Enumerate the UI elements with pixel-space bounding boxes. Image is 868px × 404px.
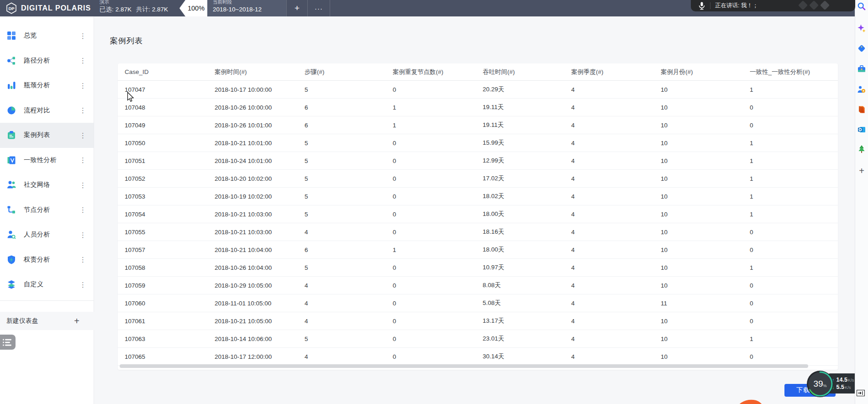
table-cell: 10	[661, 229, 750, 236]
person-gear-icon[interactable]	[857, 85, 866, 94]
table-row[interactable]: 1070582018-10-26 10:04:005010.97天4101	[118, 259, 838, 277]
column-header[interactable]: 吞吐时间(#)	[483, 68, 571, 76]
kebab-menu-icon[interactable]: ⋮	[78, 131, 88, 140]
table-cell: 18.00天	[483, 210, 571, 218]
table-row[interactable]: 1070542018-10-21 10:03:005018.00天4101	[118, 205, 838, 223]
table-cell: 0	[750, 353, 838, 360]
brand-name: DIGITAL POLARIS	[21, 4, 91, 12]
kebab-menu-icon[interactable]: ⋮	[78, 56, 88, 65]
table-row[interactable]: 1070502018-10-21 10:01:005015.99天4101	[118, 134, 838, 152]
table-cell: 4	[571, 122, 661, 129]
table-row[interactable]: 1070632018-10-14 10:06:005023.01天4101	[118, 330, 838, 348]
table-row[interactable]: 1070592018-10-29 10:05:00408.08天4100	[118, 277, 838, 294]
table-cell: 1	[750, 336, 838, 342]
table-row[interactable]: 1070532018-10-19 10:02:005018.02天4101	[118, 188, 838, 205]
download-progress-circle[interactable]: 39 %	[806, 370, 834, 398]
outlook-icon[interactable]	[857, 125, 866, 134]
table-row[interactable]: 1070572018-10-21 10:04:006118.00天4100	[118, 241, 838, 259]
table-row[interactable]: 1070612018-10-21 10:05:004013.17天4100	[118, 312, 838, 330]
kebab-menu-icon[interactable]: ⋮	[78, 280, 88, 289]
sidebar-item-process-compare[interactable]: 流程对比⋮	[0, 98, 94, 123]
table-cell: 10	[661, 336, 750, 342]
tag-icon[interactable]	[857, 44, 866, 53]
column-header[interactable]: 案例重复节点数(#)	[393, 68, 483, 76]
dataset-tab-title: 演示	[100, 0, 180, 5]
dataset-tab[interactable]: 演示 已选:2.87K共计:2.87K	[100, 0, 180, 16]
table-row[interactable]: 1070552018-10-21 10:03:004018.16天4100	[118, 223, 838, 241]
table-row[interactable]: 1070482018-10-26 10:00:006119.11天4100	[118, 99, 838, 116]
sidebar-item-overview[interactable]: 总览⋮	[0, 23, 94, 48]
floating-list-toggle-button[interactable]	[0, 335, 16, 350]
new-dashboard-add-button[interactable]: +	[74, 316, 79, 326]
period-tab[interactable]: 当前时段 2018-10~2018-12	[207, 0, 286, 16]
table-header-row: Case_ID案例时间(#)步骤(#)案例重复节点数(#)吞吐时间(#)案例季度…	[118, 63, 838, 81]
kebab-menu-icon[interactable]: ⋮	[78, 205, 88, 214]
tree-icon[interactable]	[857, 145, 866, 154]
percent-badge[interactable]: 100%	[179, 0, 207, 16]
screen: DP DIGITAL POLARIS 演示 已选:2.87K共计:2.87K 1…	[0, 0, 868, 404]
speaking-status-text: 正在讲话: 我！；	[715, 2, 758, 10]
sidebar-item-personnel[interactable]: 人员分析⋮	[0, 222, 94, 247]
table-cell: 10.97天	[483, 263, 571, 272]
table-row[interactable]: 1070652018-10-17 12:00:004030.14天4100	[118, 348, 838, 366]
horizontal-scrollbar[interactable]	[120, 364, 808, 368]
sidebar-item-consistency[interactable]: 一致性分析⋮	[0, 148, 94, 173]
add-tab-button[interactable]: +	[286, 0, 307, 16]
table-row[interactable]: 1070512018-10-24 10:01:005012.99天4101	[118, 152, 838, 170]
column-header[interactable]: Case_ID	[125, 68, 215, 75]
table-cell: 0	[750, 247, 838, 253]
sidebar-item-authority[interactable]: 权责分析⋮	[0, 247, 94, 273]
sidebar-item-path-analysis[interactable]: 路径分析⋮	[0, 48, 94, 73]
table-cell: 10	[661, 282, 750, 289]
sidebar-item-custom[interactable]: 自定义⋮	[0, 272, 94, 297]
sidebar-item-node-analysis[interactable]: 节点分析⋮	[0, 198, 94, 223]
toolbox-icon[interactable]	[857, 64, 866, 73]
table-row[interactable]: 1070492018-10-26 10:01:006119.11天4100	[118, 116, 838, 134]
kebab-menu-icon[interactable]: ⋮	[78, 181, 88, 189]
dp-hexagon-logo-icon: DP	[5, 2, 17, 14]
kebab-menu-icon[interactable]: ⋮	[78, 156, 88, 164]
kebab-menu-icon[interactable]: ⋮	[78, 81, 88, 90]
table-row[interactable]: 1070472018-10-17 10:00:005020.29天4101	[118, 81, 838, 99]
column-header[interactable]: 案例月份(#)	[661, 68, 750, 76]
table-row[interactable]: 1070602018-11-01 10:05:00405.08天4110	[118, 294, 838, 312]
sidebar-item-bottleneck[interactable]: 瓶颈分析⋮	[0, 73, 94, 98]
more-options-button[interactable]: ···	[307, 0, 330, 16]
kebab-menu-icon[interactable]: ⋮	[78, 31, 88, 40]
table-cell: 4	[571, 104, 661, 111]
table-cell: 5	[305, 264, 393, 271]
table-cell: 2018-10-19 10:02:00	[215, 193, 305, 200]
search-icon[interactable]	[857, 2, 866, 11]
new-dashboard-label: 新建仪表盘	[6, 317, 38, 325]
table-cell: 4	[571, 193, 661, 200]
sidebar-item-case-list[interactable]: 案例列表⋮	[0, 123, 94, 148]
office-icon[interactable]	[857, 105, 866, 114]
microphone-icon[interactable]	[697, 1, 706, 10]
dock-add-icon[interactable]: +	[857, 166, 866, 175]
column-header[interactable]: 案例季度(#)	[571, 68, 661, 76]
table-cell: 1	[750, 211, 838, 218]
sidebar-item-social-network[interactable]: 社交网络⋮	[0, 173, 94, 198]
table-cell: 2018-10-29 10:05:00	[215, 282, 305, 289]
table-cell: 10	[661, 140, 750, 147]
ai-sparkle-icon[interactable]	[857, 24, 866, 33]
table-cell: 2018-10-14 10:06:00	[215, 336, 305, 342]
ghost-shape-icon	[820, 0, 830, 10]
column-header[interactable]: 步骤(#)	[305, 68, 393, 76]
table-cell: 2018-10-17 12:00:00	[215, 353, 305, 360]
dock-out-icon[interactable]	[857, 390, 865, 396]
column-header[interactable]: 一致性_一致性分析(#)	[750, 68, 838, 76]
kebab-menu-icon[interactable]: ⋮	[78, 255, 88, 264]
table-cell: 107057	[125, 247, 215, 253]
bottleneck-icon	[6, 80, 16, 90]
period-tab-title: 当前时段	[213, 0, 286, 5]
table-cell: 2018-10-21 10:03:00	[215, 229, 305, 236]
kebab-menu-icon[interactable]: ⋮	[78, 106, 88, 115]
table-cell: 6	[305, 247, 393, 253]
table-cell: 1	[750, 140, 838, 147]
kebab-menu-icon[interactable]: ⋮	[78, 231, 88, 239]
table-cell: 5	[305, 193, 393, 200]
column-header[interactable]: 案例时间(#)	[215, 68, 305, 76]
table-row[interactable]: 1070522018-10-20 10:02:005017.02天4101	[118, 170, 838, 188]
table-cell: 2018-10-21 10:04:00	[215, 247, 305, 253]
